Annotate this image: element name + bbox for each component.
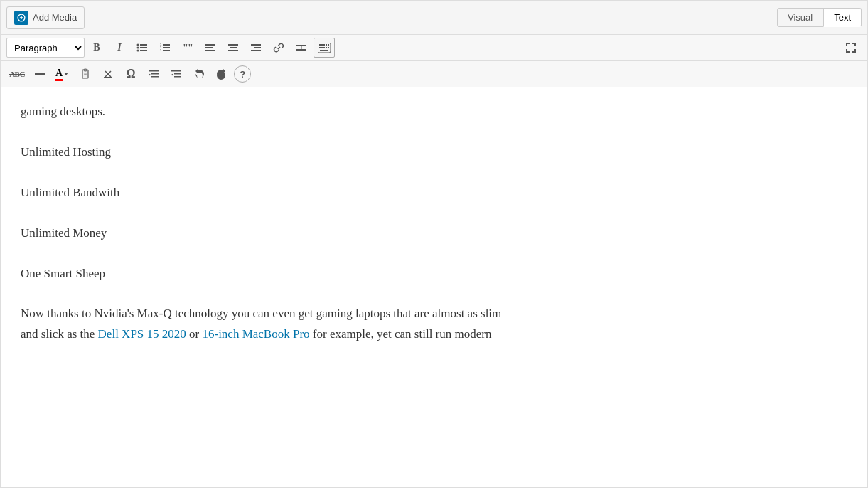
undo-icon [193, 68, 205, 80]
svg-rect-44 [149, 70, 159, 72]
gaming-desktops-line: gaming desktops. [21, 102, 847, 122]
svg-rect-28 [321, 44, 323, 46]
align-left-button[interactable] [200, 38, 221, 58]
clear-icon [102, 68, 114, 80]
text-color-label: A [55, 68, 63, 81]
omega-label: Ω [127, 68, 136, 80]
svg-rect-30 [326, 44, 327, 46]
svg-rect-7 [163, 47, 170, 48]
svg-point-4 [137, 47, 139, 49]
paste-text-button[interactable] [75, 64, 96, 84]
hr-icon [34, 68, 45, 80]
macbook-pro-link[interactable]: 16-inch MacBook Pro [202, 327, 309, 341]
svg-text:": " [188, 43, 193, 53]
align-center-icon [227, 42, 239, 53]
add-media-button[interactable]: Add Media [6, 6, 85, 29]
item-unlimited-bandwith: Unlimited Bandwith [21, 183, 847, 203]
svg-rect-42 [84, 75, 87, 75]
top-bar: Add Media Visual Text [1, 1, 867, 35]
svg-point-5 [137, 50, 139, 52]
link-button[interactable] [268, 38, 289, 58]
nvidia-paragraph: Now thanks to Nvidia's Max-Q technology … [21, 304, 847, 345]
add-media-label: Add Media [33, 12, 77, 23]
svg-rect-34 [323, 47, 325, 48]
blockquote-button[interactable]: "" [177, 38, 198, 58]
paste-icon [80, 68, 91, 80]
svg-rect-29 [323, 44, 325, 46]
align-center-button[interactable] [223, 38, 244, 58]
svg-rect-8 [163, 50, 170, 51]
outdent-button[interactable] [166, 64, 187, 84]
special-char-button[interactable]: Ω [120, 64, 141, 84]
bold-button[interactable]: B [86, 38, 107, 58]
svg-rect-47 [171, 70, 181, 72]
add-media-icon [14, 11, 28, 25]
svg-text:3: 3 [160, 48, 162, 52]
svg-rect-22 [251, 50, 261, 51]
color-dropdown-arrow [63, 70, 70, 78]
svg-rect-45 [151, 73, 159, 75]
indent-icon [148, 68, 159, 80]
redo-icon [216, 68, 227, 80]
more-button[interactable] [291, 38, 312, 58]
svg-rect-14 [205, 44, 215, 46]
kitchen-sink-button[interactable] [314, 38, 335, 58]
svg-point-3 [137, 44, 139, 46]
svg-rect-40 [84, 69, 87, 71]
undo-button[interactable] [188, 64, 210, 84]
toolbar-row-2: ABC A Ω [1, 61, 867, 87]
paragraph-select[interactable]: Paragraph Heading 1 Heading 2 Heading 3 … [6, 38, 85, 58]
help-label: ? [240, 69, 245, 80]
keyboard-icon [318, 43, 331, 53]
unordered-list-button[interactable] [132, 38, 153, 58]
align-right-button[interactable] [245, 38, 267, 58]
svg-rect-37 [320, 50, 328, 51]
italic-button[interactable]: I [109, 38, 130, 58]
indent-button[interactable] [143, 64, 164, 84]
ordered-list-button[interactable]: 123 [154, 38, 176, 58]
svg-rect-35 [326, 47, 327, 48]
svg-rect-32 [319, 47, 321, 48]
svg-rect-0 [140, 44, 147, 46]
fullscreen-button[interactable] [840, 38, 862, 58]
align-right-icon [250, 42, 262, 53]
item-unlimited-hosting: Unlimited Hosting [21, 142, 847, 163]
bullets-icon [136, 42, 148, 53]
svg-rect-1 [140, 47, 147, 48]
view-tabs: Visual Text [777, 8, 862, 27]
svg-rect-15 [205, 47, 213, 48]
content-area[interactable]: gaming desktops. Unlimited Hosting Unlim… [1, 87, 867, 443]
visual-tab[interactable]: Visual [777, 8, 823, 27]
svg-rect-21 [254, 47, 261, 48]
svg-rect-19 [228, 50, 238, 51]
svg-rect-46 [151, 76, 159, 78]
numbered-list-icon: 123 [159, 42, 171, 53]
svg-rect-43 [104, 77, 112, 78]
svg-rect-16 [205, 50, 215, 51]
horizontal-rule-button[interactable] [29, 64, 50, 84]
redo-button[interactable] [211, 64, 232, 84]
svg-rect-41 [84, 73, 87, 73]
svg-rect-36 [328, 47, 329, 48]
help-button[interactable]: ? [234, 65, 251, 83]
strikethrough-button[interactable]: ABC [6, 64, 28, 84]
svg-rect-48 [174, 73, 181, 75]
clear-formatting-button[interactable] [97, 64, 119, 84]
svg-rect-6 [163, 44, 170, 46]
svg-rect-27 [319, 44, 321, 46]
svg-rect-18 [230, 47, 237, 48]
link-icon [273, 42, 284, 53]
text-color-button[interactable]: A [52, 64, 73, 84]
expand-icon [845, 41, 857, 54]
dell-xps-link[interactable]: Dell XPS 15 2020 [98, 327, 186, 341]
svg-rect-33 [321, 47, 323, 48]
svg-rect-17 [228, 44, 238, 46]
blockquote-icon: "" [182, 42, 193, 53]
item-unlimited-money: Unlimited Money [21, 223, 847, 244]
text-tab[interactable]: Text [823, 8, 862, 27]
svg-rect-2 [140, 50, 147, 51]
add-media-svg [16, 13, 26, 23]
svg-rect-49 [174, 76, 181, 78]
svg-rect-31 [328, 44, 329, 46]
outdent-icon [171, 68, 182, 80]
